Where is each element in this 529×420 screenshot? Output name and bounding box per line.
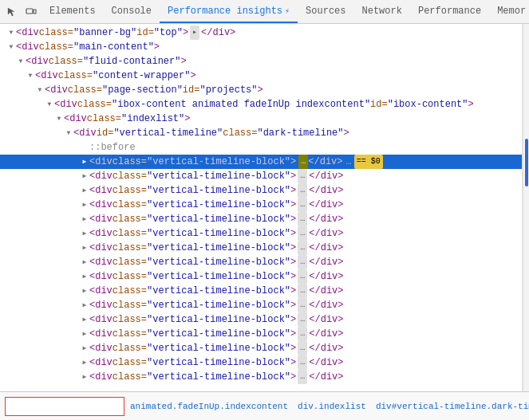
dom-line[interactable]: <div class="vertical-timeline-block" > ……	[0, 312, 522, 327]
dom-line[interactable]: <div class="vertical-timeline-block" > ……	[0, 327, 522, 341]
dom-line[interactable]: <div class="banner-bg" id="top" > ▸ </di…	[0, 26, 522, 40]
tab-performance-insights[interactable]: Performance insights ⚡	[160, 0, 298, 23]
ellipsis-expand[interactable]: …	[298, 269, 307, 284]
expand-triangle[interactable]	[64, 126, 73, 140]
dom-line[interactable]: <div class="indexlist" >	[0, 112, 522, 126]
right-sidebar	[523, 24, 529, 391]
ellipsis-expand[interactable]: …	[298, 327, 307, 341]
dom-line[interactable]: <div class="vertical-timeline-block" > ……	[0, 169, 522, 183]
dom-line[interactable]: <div class="vertical-timeline-block" > ……	[0, 269, 522, 284]
dom-line[interactable]: <div id="vertical-timeline" class="dark-…	[0, 126, 522, 140]
ellipsis-badge: …	[298, 155, 308, 169]
ellipsis-expand[interactable]: …	[298, 341, 307, 355]
dom-line[interactable]: <div class="ibox-content animated fadeIn…	[0, 97, 522, 112]
expand-triangle[interactable]	[26, 69, 35, 83]
tab-performance[interactable]: Performance	[410, 0, 489, 23]
ellipsis-expand[interactable]: …	[298, 183, 307, 198]
ellipsis-expand[interactable]: …	[298, 370, 307, 384]
ellipsis-expand[interactable]: …	[298, 298, 307, 312]
ellipsis-expand[interactable]: …	[298, 241, 307, 255]
tab-bar: Elements Console Performance insights ⚡ …	[41, 0, 526, 23]
svg-rect-0	[26, 9, 33, 14]
tab-console[interactable]: Console	[104, 0, 160, 23]
expand-triangle[interactable]	[54, 112, 64, 126]
devtools-toolbar: Elements Console Performance insights ⚡ …	[0, 0, 529, 24]
dom-line[interactable]: <div class="vertical-timeline-block" > ……	[0, 355, 522, 370]
expand-triangle[interactable]	[80, 370, 89, 384]
dom-line[interactable]: <div class="fluid-container" >	[0, 54, 522, 69]
expand-triangle[interactable]	[80, 155, 89, 169]
dom-panel[interactable]: <div class="banner-bg" id="top" > ▸ </di…	[0, 24, 523, 391]
scrollbar-thumb[interactable]	[525, 139, 528, 186]
dom-line[interactable]: <div class="vertical-timeline-block" > ……	[0, 298, 522, 312]
breadcrumb-bar: .vertical-timeline-block animated.fadeIn…	[0, 391, 529, 420]
expand-triangle[interactable]	[80, 169, 89, 183]
ellipsis-expand[interactable]: …	[298, 212, 307, 226]
ellipsis-expand[interactable]: …	[298, 198, 307, 212]
equals-badge: == $0	[354, 155, 383, 169]
breadcrumb-item-3[interactable]: div#vertical-timeline.dark-timeline	[372, 400, 529, 413]
dom-line[interactable]: <div class="vertical-timeline-block" > ……	[0, 198, 522, 212]
dom-line[interactable]: <div class="main-content" >	[0, 40, 522, 54]
expand-triangle[interactable]	[80, 241, 89, 255]
dom-line[interactable]: <div class="vertical-timeline-block" > ……	[0, 370, 522, 384]
breadcrumb-item-1[interactable]: animated.fadeInUp.indexcontent	[126, 400, 292, 413]
ellipsis-expand[interactable]: …	[298, 255, 307, 269]
dom-line[interactable]: <div class="vertical-timeline-block" > ……	[0, 284, 522, 298]
expand-triangle[interactable]	[80, 255, 89, 269]
ellipsis-expand[interactable]: …	[298, 226, 307, 241]
dom-line[interactable]: <div class="vertical-timeline-block" > ……	[0, 255, 522, 269]
expand-triangle[interactable]	[80, 212, 89, 226]
dom-line[interactable]: <div class="vertical-timeline-block" > ……	[0, 341, 522, 355]
filter-input[interactable]: .vertical-timeline-block	[5, 397, 124, 416]
ellipsis-expand[interactable]: …	[298, 169, 307, 183]
dom-line-selected[interactable]: <div class="vertical-timeline-block" > ……	[0, 155, 522, 169]
ellipsis-expand[interactable]: ▸	[190, 26, 199, 40]
tab-sources[interactable]: Sources	[298, 0, 353, 23]
tab-memory[interactable]: Memory	[489, 0, 526, 23]
breadcrumb-item-2[interactable]: div.indexlist	[294, 400, 370, 413]
cursor-icon[interactable]	[3, 3, 21, 21]
expand-triangle[interactable]	[80, 269, 89, 284]
dom-line[interactable]: <div class="content-wrapper" >	[0, 69, 522, 83]
expand-triangle[interactable]	[6, 26, 16, 40]
expand-triangle[interactable]	[35, 83, 45, 97]
expand-triangle[interactable]	[80, 284, 89, 298]
dom-line-before[interactable]: ::before	[0, 140, 522, 155]
tab-elements[interactable]: Elements	[41, 0, 104, 23]
dom-line[interactable]: <div class="vertical-timeline-block" > ……	[0, 212, 522, 226]
ellipsis-expand[interactable]: …	[298, 312, 307, 327]
tab-lightning-icon: ⚡	[285, 6, 290, 16]
ellipsis-expand[interactable]: …	[298, 355, 307, 370]
expand-triangle[interactable]	[80, 198, 89, 212]
tab-network[interactable]: Network	[354, 0, 410, 23]
expand-triangle[interactable]	[80, 298, 89, 312]
expand-triangle[interactable]	[80, 312, 89, 327]
expand-triangle[interactable]	[80, 226, 89, 241]
dom-line[interactable]: <div class="vertical-timeline-block" > ……	[0, 226, 522, 241]
dom-line[interactable]: <div class="page-section" id="projects" …	[0, 83, 522, 97]
expand-triangle[interactable]	[45, 97, 54, 112]
svg-rect-1	[34, 10, 36, 14]
expand-triangle[interactable]	[80, 355, 89, 370]
expand-triangle[interactable]	[80, 327, 89, 341]
expand-triangle[interactable]	[6, 40, 16, 54]
device-icon[interactable]	[22, 3, 40, 21]
expand-triangle[interactable]	[16, 54, 26, 69]
expand-triangle[interactable]	[80, 183, 89, 198]
dom-line[interactable]: <div class="vertical-timeline-block" > ……	[0, 241, 522, 255]
ellipsis-expand[interactable]: …	[298, 284, 307, 298]
expand-triangle[interactable]	[80, 341, 89, 355]
main-area: <div class="banner-bg" id="top" > ▸ </di…	[0, 24, 529, 391]
dom-line[interactable]: <div class="vertical-timeline-block" > ……	[0, 183, 522, 198]
